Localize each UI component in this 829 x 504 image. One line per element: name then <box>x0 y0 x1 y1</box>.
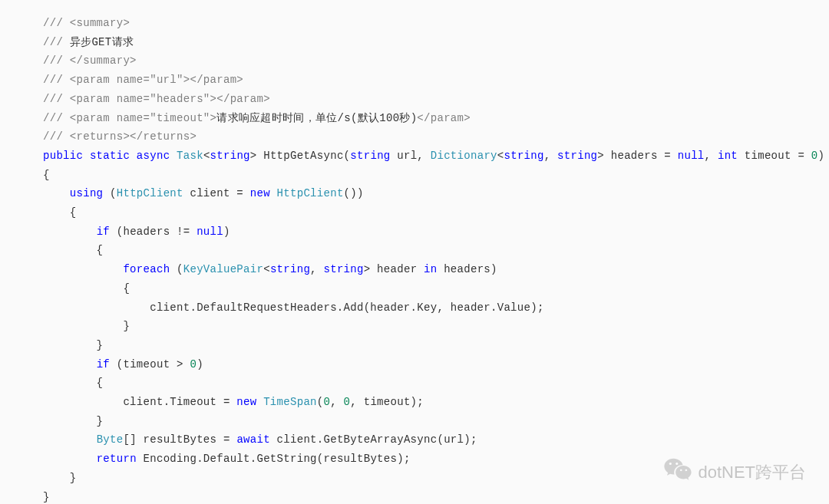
xml-doc-text: 请求响应超时时间，单位/s(默认100秒) <box>216 112 417 124</box>
brace: { <box>43 244 103 256</box>
type-httpclient: HttpClient <box>277 187 344 199</box>
brace: } <box>43 320 130 332</box>
xml-doc-line: /// <param name="headers"></param> <box>43 93 270 105</box>
var: client = <box>183 187 250 199</box>
indent <box>43 453 97 465</box>
kw-new: new <box>236 396 256 408</box>
paren: ) <box>818 150 825 162</box>
xml-doc-line: /// <summary> <box>43 17 130 29</box>
kw-static: static <box>90 150 130 162</box>
indent <box>43 358 97 371</box>
type-timespan: TimeSpan <box>263 396 317 408</box>
kw-public: public <box>43 150 83 162</box>
kw-new: new <box>250 187 270 199</box>
lt: < <box>263 263 270 275</box>
paren: ( <box>317 396 324 408</box>
expr: (timeout > <box>110 358 190 371</box>
expr: [] resultBytes = <box>123 433 236 446</box>
num: 0 <box>324 396 331 408</box>
indent <box>43 396 123 408</box>
kw-if: if <box>97 358 110 371</box>
type-string: string <box>210 150 250 162</box>
indent <box>43 187 70 199</box>
type-string: string <box>270 263 310 275</box>
num: 0 <box>344 396 351 408</box>
stmt: client.DefaultRequestHeaders.Add(header.… <box>43 301 544 314</box>
param: > headers = <box>597 150 677 162</box>
expr: (headers != <box>110 226 197 238</box>
num: 0 <box>811 150 818 162</box>
type-kvp: KeyValuePair <box>183 263 263 275</box>
comma: , <box>330 396 343 408</box>
kw-null: null <box>197 226 223 238</box>
comma: , <box>544 150 557 162</box>
brace: { <box>43 206 77 219</box>
kw-in: in <box>424 263 437 275</box>
kw-async: async <box>137 150 170 162</box>
var: > header <box>364 263 424 275</box>
space <box>270 187 277 199</box>
paren: ) <box>223 226 230 238</box>
kw-null: null <box>678 150 705 162</box>
kw-await: await <box>236 433 270 446</box>
type-task: Task <box>177 150 203 162</box>
brace: } <box>43 491 50 503</box>
xml-doc-line: /// <param name="url"></param> <box>43 74 243 86</box>
kw-foreach: foreach <box>123 263 170 275</box>
kw-using: using <box>70 187 104 199</box>
xml-doc-line: /// <returns></returns> <box>43 130 197 143</box>
xml-doc-text: 异步GET请求 <box>63 36 134 48</box>
type-string: string <box>557 150 597 162</box>
type-dictionary: Dictionary <box>431 150 497 162</box>
var: headers) <box>437 263 497 275</box>
indent <box>43 263 123 275</box>
kw-if: if <box>97 226 110 238</box>
type-string: string <box>504 150 543 162</box>
code-block: /// <summary> /// 异步GET请求 /// </summary>… <box>43 14 829 504</box>
expr: , timeout); <box>350 396 424 408</box>
paren: ( <box>103 187 116 199</box>
type-httpclient: HttpClient <box>117 187 183 199</box>
comma: , <box>705 150 718 162</box>
brace: { <box>43 377 103 389</box>
param: timeout = <box>738 150 811 162</box>
type-string: string <box>324 263 364 275</box>
num: 0 <box>190 358 197 371</box>
brace: { <box>43 169 50 181</box>
brace: } <box>43 415 103 427</box>
kw-int: int <box>718 150 738 162</box>
brace: } <box>43 472 77 484</box>
expr: client.Timeout = <box>123 396 236 408</box>
type-string: string <box>350 150 390 162</box>
indent <box>43 226 97 238</box>
expr: Encoding.Default.GetString(resultBytes); <box>137 453 411 465</box>
paren: ()) <box>344 187 364 199</box>
xml-doc-line: /// </summary> <box>43 54 137 67</box>
type-byte: Byte <box>97 433 124 446</box>
brace: } <box>43 339 103 351</box>
brace: { <box>43 282 130 295</box>
kw-return: return <box>97 453 137 465</box>
xml-doc-line: </param> <box>417 112 471 124</box>
xml-doc-line: /// <box>43 36 63 48</box>
paren: ( <box>170 263 183 275</box>
indent <box>43 433 97 446</box>
method-name: HttpGetAsync( <box>257 150 351 162</box>
comma: , <box>310 263 323 275</box>
space <box>256 396 263 408</box>
param: url, <box>391 150 431 162</box>
paren: ) <box>197 358 203 371</box>
xml-doc-line: /// <param name="timeout"> <box>43 112 216 124</box>
expr: client.GetByteArrayAsync(url); <box>270 433 477 446</box>
